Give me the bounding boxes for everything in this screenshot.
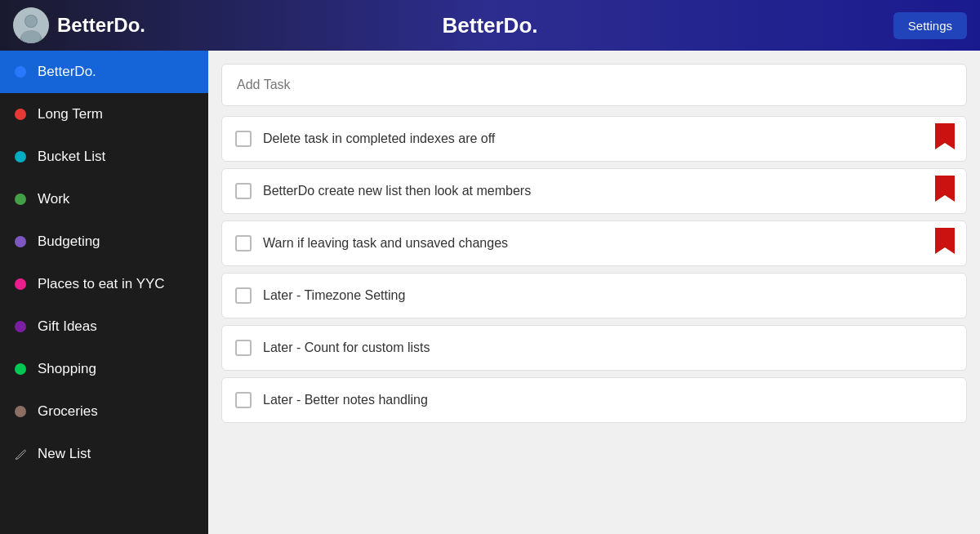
dot-icon-gift-ideas	[15, 321, 26, 332]
task-checkbox-1[interactable]	[235, 131, 252, 147]
avatar	[13, 7, 49, 43]
sidebar-label-places-to-eat: Places to eat in YYC	[38, 276, 165, 292]
task-label-6: Later - Better notes handling	[263, 393, 953, 407]
svg-point-3	[25, 16, 37, 27]
sidebar-label-groceries: Groceries	[38, 403, 98, 420]
svg-point-4	[21, 30, 41, 43]
task-checkbox-2[interactable]	[235, 183, 252, 199]
sidebar-item-bucket-list[interactable]: Bucket List	[0, 136, 208, 178]
task-item-2: BetterDo create new list then look at me…	[221, 168, 967, 214]
new-list-item[interactable]: New List	[0, 433, 208, 475]
dot-icon-long-term	[15, 109, 26, 120]
task-label-2: BetterDo create new list then look at me…	[263, 184, 953, 198]
task-checkbox-4[interactable]	[235, 287, 252, 304]
task-checkbox-5[interactable]	[235, 340, 252, 356]
header: BetterDo. BetterDo. Settings	[0, 0, 980, 51]
sidebar-label-gift-ideas: Gift Ideas	[38, 318, 97, 335]
dot-icon-shopping	[15, 363, 26, 375]
sidebar: BetterDo.Long TermBucket ListWorkBudgeti…	[0, 51, 208, 534]
sidebar-label-work: Work	[38, 191, 69, 207]
task-item-6: Later - Better notes handling	[221, 377, 967, 423]
settings-button[interactable]: Settings	[893, 12, 967, 39]
header-title: BetterDo.	[442, 13, 537, 38]
new-list-label: New List	[38, 446, 91, 462]
header-logo: BetterDo.	[57, 14, 145, 37]
sidebar-item-places-to-eat[interactable]: Places to eat in YYC	[0, 263, 208, 305]
task-item-4: Later - Timezone Setting	[221, 273, 967, 318]
sidebar-item-budgeting[interactable]: Budgeting	[0, 220, 208, 263]
task-label-5: Later - Count for custom lists	[263, 340, 953, 355]
content-area: Delete task in completed indexes are off…	[208, 51, 980, 534]
sidebar-item-work[interactable]: Work	[0, 178, 208, 220]
sidebar-label-shopping: Shopping	[38, 361, 96, 377]
task-label-1: Delete task in completed indexes are off	[263, 131, 953, 146]
sidebar-item-shopping[interactable]: Shopping	[0, 348, 208, 390]
dot-icon-places-to-eat	[15, 278, 26, 290]
dot-icon-groceries	[15, 406, 26, 417]
sidebar-item-long-term[interactable]: Long Term	[0, 93, 208, 136]
dot-icon-bucket-list	[15, 151, 26, 162]
add-task-container[interactable]	[221, 64, 967, 106]
task-label-4: Later - Timezone Setting	[263, 288, 953, 303]
task-item-5: Later - Count for custom lists	[221, 325, 967, 371]
add-task-input[interactable]	[237, 78, 951, 92]
sidebar-label-betterdо: BetterDo.	[38, 64, 96, 80]
header-left: BetterDo.	[13, 7, 145, 43]
dot-icon-budgeting	[15, 236, 26, 247]
task-checkbox-3[interactable]	[235, 235, 252, 251]
task-item-1: Delete task in completed indexes are off	[221, 116, 967, 162]
sidebar-label-budgeting: Budgeting	[38, 234, 100, 250]
task-item-3: Warn if leaving task and unsaved changes	[221, 220, 967, 266]
dot-icon-work	[15, 194, 26, 205]
dot-icon-betterdо	[15, 66, 26, 78]
task-checkbox-6[interactable]	[235, 392, 252, 408]
sidebar-label-bucket-list: Bucket List	[38, 149, 105, 165]
sidebar-label-long-term: Long Term	[38, 106, 103, 122]
task-label-3: Warn if leaving task and unsaved changes	[263, 236, 953, 251]
sidebar-item-betterdо[interactable]: BetterDo.	[0, 51, 208, 93]
pencil-icon	[15, 448, 26, 460]
main-layout: BetterDo.Long TermBucket ListWorkBudgeti…	[0, 51, 980, 534]
sidebar-item-groceries[interactable]: Groceries	[0, 390, 208, 433]
sidebar-item-gift-ideas[interactable]: Gift Ideas	[0, 305, 208, 348]
